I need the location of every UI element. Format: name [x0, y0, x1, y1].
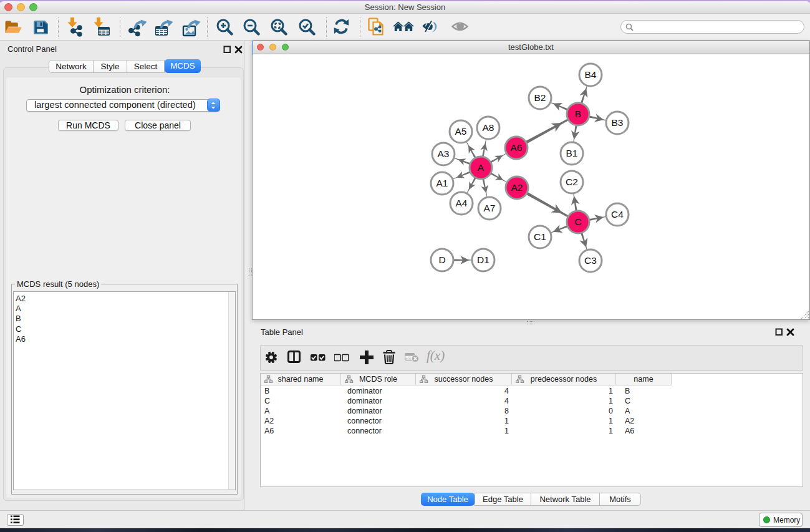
svg-text:B: B — [575, 109, 581, 119]
svg-text:A5: A5 — [455, 126, 467, 137]
svg-text:B2: B2 — [534, 92, 546, 103]
svg-text:A6: A6 — [511, 142, 523, 153]
svg-text:B3: B3 — [612, 117, 624, 128]
svg-text:A4: A4 — [456, 198, 468, 208]
svg-text:A7: A7 — [484, 203, 496, 213]
svg-text:A1: A1 — [436, 178, 448, 188]
svg-text:C2: C2 — [566, 177, 578, 187]
svg-text:D: D — [438, 254, 445, 265]
svg-text:C4: C4 — [611, 209, 624, 220]
svg-text:A2: A2 — [511, 182, 523, 193]
svg-text:A8: A8 — [483, 122, 494, 133]
svg-text:C3: C3 — [584, 255, 597, 266]
svg-text:D1: D1 — [477, 254, 489, 265]
svg-text:B4: B4 — [585, 69, 597, 80]
svg-text:A: A — [478, 162, 485, 173]
svg-text:B1: B1 — [566, 148, 578, 158]
svg-text:A3: A3 — [438, 148, 450, 159]
svg-text:C1: C1 — [534, 231, 546, 242]
svg-text:C: C — [574, 216, 581, 227]
